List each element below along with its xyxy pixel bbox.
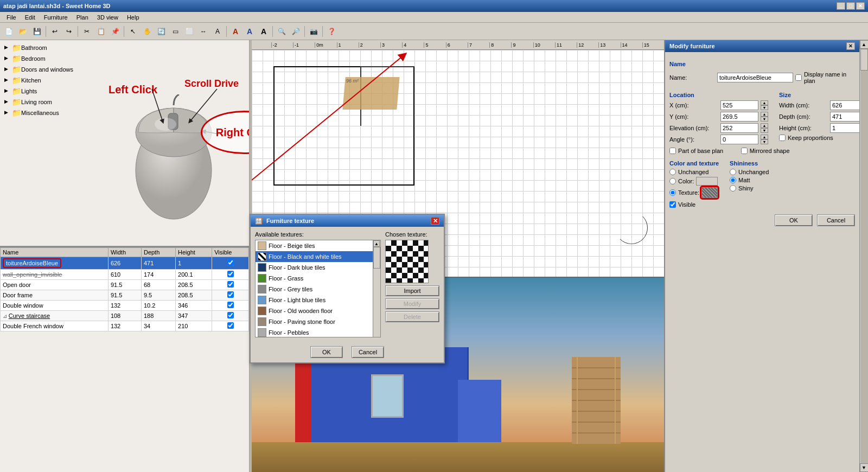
display-name-checkbox[interactable]: [795, 74, 802, 81]
angle-down[interactable]: ▼: [761, 139, 768, 144]
table-row[interactable]: ⊿ Curve staircase 108 188 347: [1, 311, 249, 321]
scroll-thumb[interactable]: [860, 49, 868, 71]
texture-list-container[interactable]: Floor - Beige tiles Floor - Black and wh…: [255, 240, 381, 337]
list-item[interactable]: Floor - Light blue tiles: [256, 295, 380, 305]
list-item[interactable]: Floor - Paving stone floor: [256, 316, 380, 327]
col-header-depth[interactable]: Depth: [141, 248, 175, 257]
row-visible-stair[interactable]: [212, 311, 249, 321]
toolbar-copy[interactable]: 📋: [94, 25, 107, 38]
toolbar-wall[interactable]: ▭: [169, 25, 182, 38]
toolbar-select[interactable]: ↖: [126, 25, 139, 38]
row-visible-toiture[interactable]: [212, 257, 249, 270]
col-header-height[interactable]: Height: [176, 248, 212, 257]
toolbar-open[interactable]: 📂: [16, 25, 29, 38]
x-down[interactable]: ▼: [761, 105, 768, 110]
modify-ok-button[interactable]: OK: [775, 214, 813, 226]
toolbar-room[interactable]: ⬜: [183, 25, 196, 38]
unchanged-radio[interactable]: [669, 169, 676, 175]
toolbar-redo[interactable]: ↪: [62, 25, 75, 38]
row-visible-dblwindow[interactable]: [212, 301, 249, 311]
toolbar-save[interactable]: 💾: [30, 25, 43, 38]
part-of-base-checkbox[interactable]: [669, 148, 676, 154]
list-item[interactable]: Floor - Pebbles: [256, 327, 380, 337]
menu-plan[interactable]: Plan: [72, 13, 93, 22]
elev-up[interactable]: ▲: [761, 123, 768, 128]
x-spinner[interactable]: ▲ ▼: [761, 100, 768, 110]
row-visible-dblfr[interactable]: [212, 321, 249, 331]
toolbar-texta[interactable]: A: [229, 25, 242, 38]
elev-down[interactable]: ▼: [761, 128, 768, 133]
table-row[interactable]: toitureArdoiseBleue 626 471 1: [1, 257, 249, 270]
scroll-up-button[interactable]: ▲: [860, 40, 869, 49]
toolbar-help[interactable]: ❓: [325, 25, 338, 38]
angle-spinner[interactable]: ▲ ▼: [761, 135, 768, 144]
list-item[interactable]: Floor - Black and white tiles: [256, 251, 380, 262]
toolbar-zoomout[interactable]: 🔎: [289, 25, 302, 38]
list-item[interactable]: Floor - Grey tiles: [256, 284, 380, 295]
shininess-matt-radio[interactable]: [730, 177, 736, 183]
menu-furniture[interactable]: Furniture: [40, 13, 72, 22]
right-scrollbar[interactable]: ▲ ▼: [859, 40, 868, 472]
toolbar-camera[interactable]: 📷: [307, 25, 320, 38]
toolbar-zoomin[interactable]: 🔍: [275, 25, 288, 38]
list-item[interactable]: Floor - Grass: [256, 273, 380, 284]
row-visible-doorframe[interactable]: [212, 290, 249, 301]
keep-proportions-checkbox[interactable]: [779, 135, 786, 141]
menu-file[interactable]: File: [2, 13, 21, 22]
texture-list-scrollbar[interactable]: ▲ ▼: [373, 240, 380, 337]
scroll-down-button[interactable]: ▼: [860, 463, 869, 472]
texture-radio[interactable]: [669, 189, 676, 196]
tree-item-bedroom[interactable]: ▶ 📁 Bedroom: [2, 53, 247, 64]
tree-view[interactable]: ▶ 📁 Bathroom ▶ 📁 Bedroom ▶ 📁 Doors and w…: [0, 40, 249, 246]
y-down[interactable]: ▼: [761, 117, 768, 122]
table-view[interactable]: Name Width Depth Height Visible toitureA…: [0, 246, 249, 472]
toolbar-textb[interactable]: A: [243, 25, 256, 38]
angle-up[interactable]: ▲: [761, 135, 768, 139]
list-item[interactable]: Floor - Old wooden floor: [256, 305, 380, 316]
list-item[interactable]: Floor - Dark blue tiles: [256, 262, 380, 273]
width-input[interactable]: [830, 100, 859, 110]
table-row[interactable]: wall_opening_invisible 610 174 200.1: [1, 270, 249, 280]
modify-furniture-close[interactable]: ✕: [846, 42, 855, 50]
elevation-input[interactable]: [720, 123, 758, 133]
table-row[interactable]: Door frame 91.5 9.5 208.5: [1, 290, 249, 301]
elevation-spinner[interactable]: ▲ ▼: [761, 123, 768, 133]
col-header-visible[interactable]: Visible: [212, 248, 249, 257]
menu-edit[interactable]: Edit: [21, 13, 40, 22]
visible-checkbox[interactable]: [669, 201, 676, 208]
angle-input[interactable]: [720, 135, 758, 144]
modify-cancel-button[interactable]: Cancel: [817, 214, 855, 226]
table-row[interactable]: Double window 132 10.2 346: [1, 301, 249, 311]
depth-input[interactable]: [830, 112, 859, 122]
maximize-button[interactable]: □: [846, 2, 855, 10]
menu-3dview[interactable]: 3D view: [93, 13, 123, 22]
color-radio[interactable]: [669, 178, 676, 184]
name-input[interactable]: [717, 73, 793, 82]
toolbar-cut[interactable]: ✂: [80, 25, 93, 38]
y-up[interactable]: ▲: [761, 112, 768, 117]
texture-delete-button[interactable]: Delete: [385, 311, 439, 322]
list-item[interactable]: Floor - Beige tiles: [256, 240, 380, 251]
texture-ok-button[interactable]: OK: [310, 346, 343, 358]
shininess-unchanged-radio[interactable]: [730, 169, 736, 175]
toolbar-new[interactable]: 📄: [2, 25, 15, 38]
x-up[interactable]: ▲: [761, 100, 768, 105]
toolbar-paste[interactable]: 📌: [108, 25, 122, 38]
toolbar-pan[interactable]: ✋: [141, 25, 154, 38]
row-visible-wall[interactable]: [212, 270, 249, 280]
texture-scroll-thumb[interactable]: [373, 247, 380, 269]
toolbar-undo[interactable]: ↩: [48, 25, 61, 38]
height-input[interactable]: [830, 123, 859, 133]
color-swatch[interactable]: [696, 177, 718, 186]
toolbar-rotate[interactable]: 🔄: [155, 25, 168, 38]
table-row[interactable]: Open door 91.5 68 208.5: [1, 280, 249, 290]
col-header-name[interactable]: Name: [1, 248, 108, 257]
y-spinner[interactable]: ▲ ▼: [761, 112, 768, 122]
tree-item-bathroom[interactable]: ▶ 📁 Bathroom: [2, 42, 247, 53]
minimize-button[interactable]: _: [837, 2, 845, 10]
y-input[interactable]: [720, 112, 758, 122]
row-visible-opendoor[interactable]: [212, 280, 249, 290]
menu-help[interactable]: Help: [123, 13, 144, 22]
texture-scroll-up[interactable]: ▲: [373, 240, 380, 247]
col-header-width[interactable]: Width: [108, 248, 141, 257]
